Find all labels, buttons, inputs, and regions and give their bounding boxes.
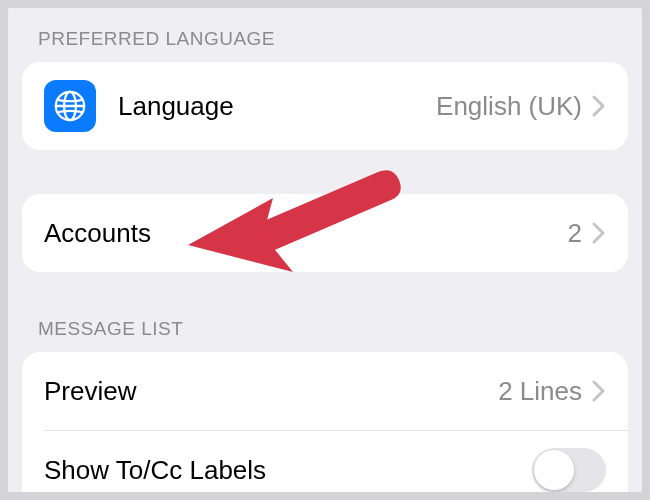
language-group: Language English (UK) <box>22 62 628 150</box>
chevron-right-icon <box>592 94 606 118</box>
accounts-row[interactable]: Accounts 2 <box>22 194 628 272</box>
message-list-group: Preview 2 Lines Show To/Cc Labels <box>22 352 628 492</box>
chevron-right-icon <box>592 221 606 245</box>
toggle-knob <box>534 450 574 490</box>
show-tocc-toggle[interactable] <box>532 448 606 492</box>
language-label: Language <box>118 91 436 122</box>
language-row[interactable]: Language English (UK) <box>22 62 628 150</box>
language-value: English (UK) <box>436 91 582 122</box>
accounts-label: Accounts <box>44 218 568 249</box>
section-header-language: PREFERRED LANGUAGE <box>8 8 642 62</box>
preview-row[interactable]: Preview 2 Lines <box>22 352 628 430</box>
show-tocc-row[interactable]: Show To/Cc Labels <box>22 430 628 492</box>
accounts-value: 2 <box>568 218 582 249</box>
show-tocc-label: Show To/Cc Labels <box>44 455 532 486</box>
globe-icon <box>44 80 96 132</box>
preview-label: Preview <box>44 376 498 407</box>
chevron-right-icon <box>592 379 606 403</box>
accounts-group: Accounts 2 <box>22 194 628 272</box>
preview-value: 2 Lines <box>498 376 582 407</box>
section-header-message-list: MESSAGE LIST <box>8 272 642 352</box>
